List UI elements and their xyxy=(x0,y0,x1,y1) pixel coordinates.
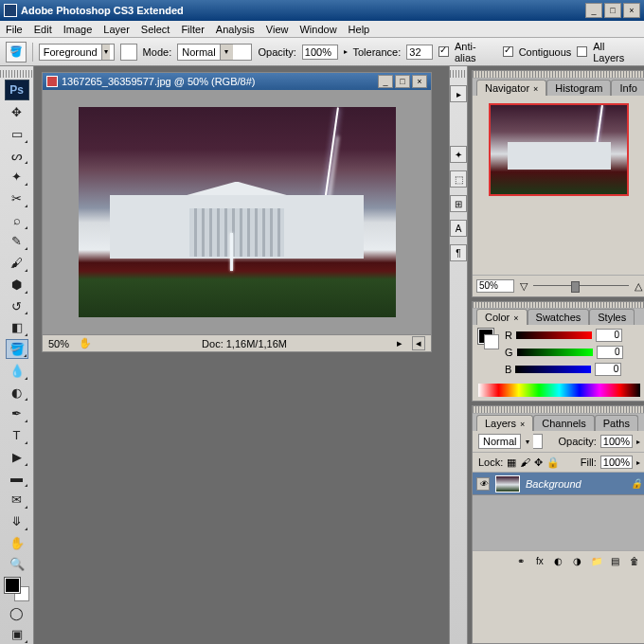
g-slider[interactable] xyxy=(517,349,593,356)
contiguous-checkbox[interactable] xyxy=(503,46,513,57)
menu-view[interactable]: View xyxy=(266,24,289,35)
canvas[interactable] xyxy=(43,90,431,334)
document-titlebar[interactable]: 1367265_36359577.jpg @ 50% (RGB/8#) _ □ … xyxy=(43,73,431,90)
opacity-flyout-icon[interactable]: ▸ xyxy=(344,47,348,56)
close-button[interactable]: × xyxy=(623,3,640,18)
opacity-input[interactable]: 100% xyxy=(302,45,338,60)
brushes-icon[interactable]: ✦ xyxy=(450,146,467,163)
menu-image[interactable]: Image xyxy=(63,24,93,35)
doc-maximize-button[interactable]: □ xyxy=(395,75,410,88)
antialias-checkbox[interactable] xyxy=(438,46,449,57)
tab-styles[interactable]: Styles xyxy=(589,309,635,325)
doc-minimize-button[interactable]: _ xyxy=(378,75,393,88)
chevron-right-icon[interactable]: ▸ xyxy=(636,438,640,446)
adjustment-layer-icon[interactable]: ◑ xyxy=(570,554,585,567)
tab-color[interactable]: Color× xyxy=(476,309,528,325)
tab-channels[interactable]: Channels xyxy=(533,415,594,431)
alllayers-checkbox[interactable] xyxy=(577,46,587,57)
r-slider[interactable] xyxy=(516,331,592,339)
history-brush-tool[interactable]: ↺ xyxy=(6,296,28,316)
visibility-icon[interactable]: 👁 xyxy=(476,477,490,491)
history-icon[interactable]: ▸ xyxy=(450,85,467,102)
tab-histogram[interactable]: Histogram xyxy=(546,80,611,96)
tool-presets-icon[interactable]: ⊞ xyxy=(450,195,467,212)
pen-tool[interactable]: ✒ xyxy=(6,403,28,423)
grip-icon[interactable] xyxy=(450,70,467,78)
g-input[interactable]: 0 xyxy=(597,346,623,359)
color-swatches[interactable] xyxy=(5,578,29,600)
lasso-tool[interactable]: ᔕ xyxy=(6,146,28,166)
clone-source-icon[interactable]: ⬚ xyxy=(450,170,467,188)
hand-tool[interactable]: ✋ xyxy=(6,533,28,553)
eyedropper-tool[interactable]: ⤋ xyxy=(6,511,28,531)
layer-opacity-input[interactable]: 100% xyxy=(600,435,633,448)
fill-source-dropdown[interactable]: Foreground ▾ xyxy=(39,44,115,61)
panel-grip[interactable] xyxy=(473,302,644,309)
screenmode-tool[interactable]: ▣ xyxy=(6,624,28,644)
layer-mask-icon[interactable]: ◐ xyxy=(551,554,566,567)
zoom-tool[interactable]: 🔍 xyxy=(6,554,28,574)
nav-zoom-input[interactable]: 50% xyxy=(476,279,514,293)
eraser-tool[interactable]: ◧ xyxy=(6,317,28,337)
status-flyout-icon[interactable]: ▸ xyxy=(397,337,402,349)
grip-icon[interactable] xyxy=(0,70,33,78)
lock-transparency-icon[interactable]: ▦ xyxy=(507,456,516,469)
crop-tool[interactable]: ✂ xyxy=(6,188,28,208)
lock-paint-icon[interactable]: 🖌 xyxy=(520,456,530,468)
path-selection-tool[interactable]: ▶ xyxy=(6,447,28,467)
tab-info[interactable]: Info xyxy=(611,80,644,96)
paragraph-icon[interactable]: ¶ xyxy=(450,244,467,261)
notes-tool[interactable]: ✉ xyxy=(6,490,28,510)
character-icon[interactable]: A xyxy=(450,220,467,237)
slice-tool[interactable]: ⌕ xyxy=(6,210,28,230)
layer-style-icon[interactable]: fx xyxy=(532,554,547,567)
magic-wand-tool[interactable]: ✦ xyxy=(6,167,28,187)
menu-edit[interactable]: Edit xyxy=(34,24,52,35)
maximize-button[interactable]: □ xyxy=(604,3,621,18)
healing-brush-tool[interactable]: ✎ xyxy=(6,232,28,252)
status-hand-icon[interactable]: ✋ xyxy=(79,337,92,349)
layer-row[interactable]: 👁 Background 🔒 xyxy=(473,473,644,495)
minimize-button[interactable]: _ xyxy=(585,3,602,18)
pattern-swatch[interactable] xyxy=(120,44,137,61)
paint-bucket-tool[interactable]: 🪣 xyxy=(6,339,28,359)
move-tool[interactable]: ✥ xyxy=(6,102,28,122)
status-zoom[interactable]: 50% xyxy=(48,338,69,349)
chevron-right-icon[interactable]: ▸ xyxy=(636,458,640,467)
stamp-tool[interactable]: ⬢ xyxy=(6,275,28,295)
scroll-left-icon[interactable]: ◂ xyxy=(412,336,425,350)
dodge-tool[interactable]: ◐ xyxy=(6,383,28,402)
blur-tool[interactable]: 💧 xyxy=(6,361,28,381)
layer-fill-input[interactable]: 100% xyxy=(600,456,633,469)
layer-thumbnail[interactable] xyxy=(495,475,520,492)
menu-filter[interactable]: Filter xyxy=(181,24,204,35)
new-layer-icon[interactable]: ▤ xyxy=(608,554,623,567)
tab-swatches[interactable]: Swatches xyxy=(528,309,590,325)
group-icon[interactable]: 📁 xyxy=(589,554,604,567)
menu-file[interactable]: File xyxy=(6,24,23,35)
marquee-tool[interactable]: ▭ xyxy=(6,124,28,144)
zoom-out-icon[interactable]: ▽ xyxy=(520,280,528,293)
panel-grip[interactable] xyxy=(473,406,644,414)
nav-zoom-slider[interactable] xyxy=(533,281,629,291)
quickmask-tool[interactable]: ◯ xyxy=(6,603,28,623)
tab-navigator[interactable]: Navigator× xyxy=(476,80,546,96)
menu-layer[interactable]: Layer xyxy=(103,24,130,35)
blend-mode-dropdown[interactable]: Normal▾ xyxy=(478,434,543,449)
menu-window[interactable]: Window xyxy=(299,24,336,35)
lock-position-icon[interactable]: ✥ xyxy=(534,456,543,469)
b-slider[interactable] xyxy=(515,366,591,373)
doc-close-button[interactable]: × xyxy=(412,75,427,88)
brush-tool[interactable]: 🖌 xyxy=(6,253,28,273)
panel-grip[interactable] xyxy=(473,71,644,79)
b-input[interactable]: 0 xyxy=(595,363,621,376)
type-tool[interactable]: T xyxy=(6,425,28,445)
tab-paths[interactable]: Paths xyxy=(595,415,638,431)
delete-layer-icon[interactable]: 🗑 xyxy=(627,554,642,567)
spectrum-picker[interactable] xyxy=(478,384,640,397)
mode-dropdown[interactable]: Normal ▾ xyxy=(177,44,252,61)
color-preview[interactable] xyxy=(478,329,499,349)
shape-tool[interactable]: ▬ xyxy=(6,469,28,489)
tab-layers[interactable]: Layers× xyxy=(476,415,533,431)
link-layers-icon[interactable]: ⚭ xyxy=(513,554,528,567)
